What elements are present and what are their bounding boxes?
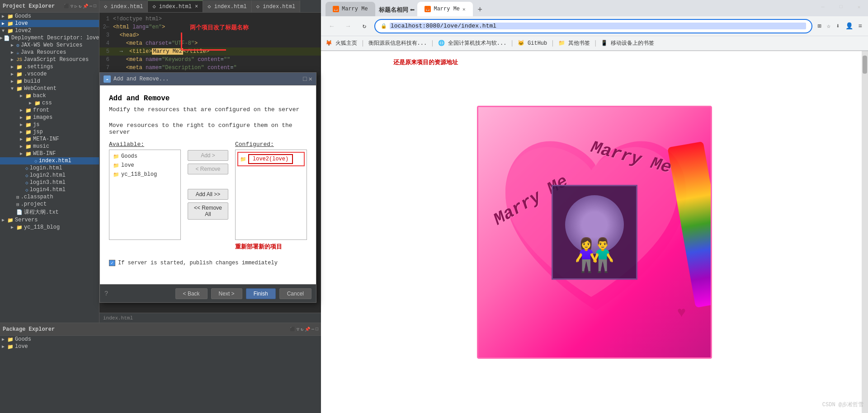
pe2-icon-1[interactable]: ⬛ (290, 327, 295, 332)
pe-pin-icon[interactable]: 📌 (83, 4, 88, 9)
dialog-avail-item-yc[interactable]: 📁 yc_118_blog (111, 170, 179, 179)
bookmark-cs[interactable]: 🌐 全国计算机技术与软... (438, 39, 507, 47)
tree-item-index-html[interactable]: ▶ ◇ index.html (0, 157, 99, 164)
browser-reload-button[interactable]: ↻ (358, 20, 371, 33)
dialog-next-button[interactable]: Next > (211, 288, 242, 299)
dialog-avail-item-love[interactable]: 📁 love (111, 161, 179, 170)
editor-tab-3[interactable]: ◇ index.html (203, 0, 251, 12)
pe-maximize-icon[interactable]: □ (94, 4, 96, 9)
dialog-btn-col: Add > < Remove Add All >> << Remove All (185, 141, 231, 251)
line-content-2: <html lang="en"> (113, 24, 165, 30)
tree-item-jsres[interactable]: ▶ JS JavaScript Resources (0, 56, 99, 63)
tree-item-login2-html[interactable]: ▶ ◇ login2.html (0, 172, 99, 179)
tree-item-classpath[interactable]: ▶ ⊞ .classpath (0, 193, 99, 201)
bookmark-hengyang[interactable]: 衡阳源辰信息科技有... (368, 39, 427, 47)
browser-close-button[interactable]: ✕ (850, 0, 868, 14)
browser-profile-icon[interactable]: 👤 (844, 21, 854, 31)
dialog-remove-button[interactable]: < Remove (188, 164, 228, 174)
tree-item-build[interactable]: ▶ 📁 build (0, 78, 99, 85)
browser-menu-icon[interactable]: ≡ (857, 21, 863, 31)
tree-item-jaxws[interactable]: ▶ ⚙ JAX-WS Web Services (0, 42, 99, 49)
browser-tab-2-close[interactable]: ✕ (462, 6, 466, 12)
browser-tab-2[interactable]: 🦊 Marry Me ✕ (417, 2, 472, 16)
tree-item-back[interactable]: ▶ 📁 back (0, 92, 99, 99)
tree-arrow-jsp: ▶ (20, 129, 24, 135)
dialog-add-all-button[interactable]: Add All >> (188, 189, 228, 200)
tree-item-webinf[interactable]: ▶ 📁 WEB-INF (0, 150, 99, 157)
tree-item-login4-html[interactable]: ▶ ◇ login4.html (0, 186, 99, 193)
pe-minimize-icon[interactable]: — (90, 4, 92, 9)
tree-folder-icon-music: 📁 (25, 144, 32, 150)
dialog-back-button[interactable]: < Back (175, 288, 208, 299)
bookmark-github[interactable]: 🐱 GitHub (518, 40, 547, 47)
tree-item-music[interactable]: ▶ 📁 music (0, 143, 99, 150)
dialog-close-button[interactable]: □ (303, 75, 307, 83)
dialog-publish-checkbox[interactable]: ✓ (109, 260, 115, 266)
tree-item-front[interactable]: ▶ 📁 front (0, 107, 99, 114)
tree-arrow-front: ▶ (20, 108, 24, 113)
dialog-finish-button[interactable]: Finish (246, 288, 276, 299)
bookmark-sep2: | (430, 40, 434, 47)
browser-url-bar[interactable]: 🔒 localhost:8080/love/index.html (374, 19, 812, 33)
tree-item-login3-html[interactable]: ▶ ◇ login3.html (0, 179, 99, 186)
tree-arrow-yc-blog: ▶ (11, 225, 15, 230)
tree-folder-icon-webinf: 📁 (25, 151, 32, 157)
pe-menu-icon[interactable]: ▷ (75, 4, 77, 9)
dialog-config-item-love2[interactable]: 📁 love2(love) (237, 152, 305, 166)
editor-tab-4[interactable]: ◇ index.html (252, 0, 300, 12)
browser-downloads-icon[interactable]: ⬇ (835, 21, 841, 31)
tree-item-yc-blog[interactable]: ▶ 📁 yc_118_blog (0, 224, 99, 231)
tree-item-jsp[interactable]: ▶ 📁 jsp (0, 128, 99, 136)
browser-scrollbar[interactable] (862, 51, 868, 413)
browser-scrollbar-thumb[interactable] (863, 56, 867, 74)
pe-collapse-icon[interactable]: ⬛ (64, 4, 69, 9)
tree-item-webcontent[interactable]: ▼ 📁 WebContent (0, 85, 99, 92)
pe2-icon-2[interactable]: ▽ (297, 327, 299, 332)
tree-item-css[interactable]: ▶ 📁 css (0, 99, 99, 107)
tree-item-settings[interactable]: ▶ 📁 .settings (0, 63, 99, 70)
browser-tab-1[interactable]: 🦊 Marry Me (326, 2, 375, 16)
dialog-avail-item-goods[interactable]: 📁 Goods (111, 152, 179, 161)
dialog-cancel-button[interactable]: Cancel (279, 288, 311, 299)
pe2-pin-icon[interactable]: 📌 (305, 327, 310, 332)
browser-back-button[interactable]: ← (326, 20, 338, 33)
dialog-remove-all-button[interactable]: << Remove All (188, 202, 228, 220)
dialog-help-icon[interactable]: ? (104, 290, 108, 297)
dialog-add-button[interactable]: Add > (188, 150, 228, 161)
pkg-tree-item-love[interactable]: ▶ 📁 love (0, 343, 321, 350)
tree-item-javares[interactable]: ▶ ☕ Java Resources (0, 49, 99, 56)
browser-url-text[interactable]: localhost:8080/love/index.html (390, 23, 806, 29)
dialog-x-button[interactable]: ✕ (309, 75, 312, 83)
tree-item-love2[interactable]: ▼ 📁 love2 (0, 27, 99, 34)
new-tab-button[interactable]: + (474, 4, 486, 16)
dialog-checkbox-row: ✓ If server is started, publish changes … (109, 260, 307, 266)
browser-extensions-icon[interactable]: ⊞ (816, 21, 822, 31)
pe-sync-icon[interactable]: ↻ (79, 4, 81, 9)
bookmark-mobile[interactable]: 📱 移动设备上的书签 (601, 39, 654, 47)
tree-item-servers[interactable]: ▶ 📁 Servers (0, 216, 99, 224)
editor-tab-2[interactable]: ◇ index.html × (148, 0, 203, 12)
browser-maximize-button[interactable]: □ (832, 0, 850, 14)
tree-item-project-file[interactable]: ▶ ⊞ .project (0, 201, 99, 208)
pe2-minimize-icon[interactable]: — (311, 327, 314, 332)
tree-item-images[interactable]: ▶ 📁 images (0, 114, 99, 121)
tree-item-login-html[interactable]: ▶ ◇ login.html (0, 164, 99, 172)
tree-item-metainf[interactable]: ▶ 📁 META-INF (0, 136, 99, 143)
tree-item-goods[interactable]: ▶ 📁 Goods (0, 13, 99, 20)
tree-folder-icon-front: 📁 (25, 108, 32, 113)
tree-item-dd[interactable]: ▶ 📄 Deployment Descriptor: love2 (0, 34, 99, 42)
bookmark-others[interactable]: 📁 其他书签 (558, 39, 590, 47)
browser-star-icon[interactable]: ☆ (826, 21, 832, 31)
pkg-tree-item-goods[interactable]: ▶ 📁 Goods (0, 336, 321, 343)
tree-item-syllabus[interactable]: ▶ 📄 课程大纲.txt (0, 208, 99, 216)
editor-tab-1[interactable]: ◇ index.html (99, 0, 148, 12)
tree-item-love[interactable]: ▶ 📁 love (0, 20, 99, 27)
pe-filter-icon[interactable]: ▽ (71, 4, 73, 9)
bookmark-fox[interactable]: 🦊 火狐主页 (326, 39, 357, 47)
browser-forward-button[interactable]: → (342, 20, 354, 33)
pe2-sync-icon[interactable]: ↻ (301, 327, 303, 332)
tree-item-js[interactable]: ▶ 📁 js (0, 121, 99, 128)
tree-item-vscode[interactable]: ▶ 📁 .vscode (0, 70, 99, 78)
pe2-maximize-icon[interactable]: □ (316, 327, 318, 332)
browser-minimize-button[interactable]: — (814, 0, 832, 14)
